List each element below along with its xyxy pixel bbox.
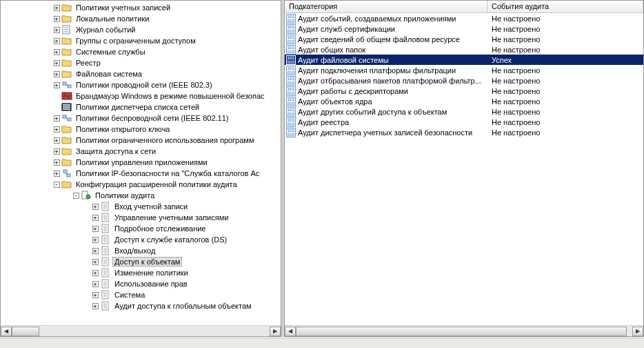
- list-row[interactable]: 101010Аудит работы с дескрипторамиНе нас…: [285, 86, 643, 96]
- list-row[interactable]: 101010Аудит файловой системыУспех: [285, 55, 643, 65]
- tree-expander[interactable]: -: [71, 190, 81, 201]
- svg-rect-12: [63, 104, 70, 106]
- tree-node[interactable]: -Конфигурация расширенной политики аудит…: [1, 179, 281, 190]
- tree-node[interactable]: +Локальные политики: [1, 13, 281, 24]
- list-row[interactable]: 101010Аудит других событий доступа к объ…: [285, 106, 643, 117]
- tree-node[interactable]: +Группы с ограниченным доступом: [1, 35, 281, 46]
- tree-guide: [3, 168, 13, 179]
- tree-guide: [3, 256, 13, 267]
- tree-node[interactable]: +Системные службы: [1, 46, 281, 57]
- tree-node[interactable]: +Политики учетных записей: [1, 2, 281, 13]
- tree-guide: [3, 90, 13, 102]
- list-row[interactable]: 101010Аудит общих папокНе настроено: [285, 44, 643, 55]
- audit-list[interactable]: 101010Аудит событий, создаваемых приложе…: [285, 13, 643, 325]
- tree-expander[interactable]: +: [52, 13, 61, 24]
- list-hscrollbar[interactable]: ◀ ▶: [285, 325, 643, 336]
- tree-node[interactable]: -Политики аудита: [1, 190, 281, 201]
- tree-expander[interactable]: +: [90, 289, 100, 300]
- tree-guide: [71, 289, 81, 300]
- tree-node[interactable]: +Политики IP-безопасности на "Служба кат…: [1, 168, 281, 179]
- tree-node[interactable]: +Файловая система: [1, 68, 281, 79]
- tree-guide: [13, 90, 23, 102]
- tree-expander[interactable]: +: [90, 245, 100, 256]
- tree-node[interactable]: +Политики проводной сети (IEEE 802.3): [1, 79, 281, 90]
- policy-item-icon: 101010: [286, 35, 296, 44]
- tree-node[interactable]: +Вход/выход: [1, 245, 281, 256]
- tree-node[interactable]: +Подробное отслеживание: [1, 223, 281, 234]
- tree-node[interactable]: +Политики открытого ключа: [1, 124, 281, 135]
- tree-guide: [23, 245, 32, 256]
- tree-node[interactable]: Брандмауэр Windows в режиме повышенной б…: [1, 90, 281, 102]
- tree-node[interactable]: +Защита доступа к сети: [1, 146, 281, 157]
- tree-expander[interactable]: +: [90, 278, 100, 289]
- tree-expander[interactable]: +: [52, 68, 61, 79]
- tree-node[interactable]: +Политики беспроводной сети (IEEE 802.11…: [1, 113, 281, 124]
- tree-node-label: Управление учетными записями: [113, 213, 230, 222]
- tree-node[interactable]: +Доступ к службе каталогов (DS): [1, 234, 281, 245]
- tree-expander[interactable]: +: [52, 35, 61, 46]
- tree-node[interactable]: +Доступ к объектам: [1, 256, 281, 267]
- list-header[interactable]: Подкатегория События аудита: [285, 1, 643, 13]
- scroll-left-button[interactable]: ◀: [285, 327, 296, 336]
- scroll-thumb[interactable]: [296, 327, 627, 336]
- tree-node[interactable]: +Использование прав: [1, 278, 281, 289]
- tree-node[interactable]: +Вход учетной записи: [1, 201, 281, 212]
- scroll-right-button[interactable]: ▶: [632, 327, 643, 336]
- tree-guide: [32, 124, 42, 135]
- subcategory-label: Аудит общих папок: [298, 46, 365, 54]
- tree-hscrollbar[interactable]: ◀ ▶: [1, 325, 281, 336]
- tree-node[interactable]: +Политики ограниченного использования пр…: [1, 135, 281, 146]
- tree-node[interactable]: +Журнал событий: [1, 24, 281, 35]
- scroll-track[interactable]: [296, 327, 632, 336]
- tree-guide: [32, 201, 42, 212]
- tree-expander[interactable]: +: [90, 223, 100, 234]
- list-row[interactable]: 101010Аудит отбрасывания пакетов платфор…: [285, 75, 643, 86]
- tree-expander[interactable]: +: [52, 24, 61, 35]
- tree-expander[interactable]: +: [52, 124, 61, 135]
- tree-expander[interactable]: +: [52, 135, 61, 146]
- scroll-thumb[interactable]: [12, 327, 39, 336]
- tree-expander[interactable]: +: [52, 157, 61, 168]
- tree-node[interactable]: +Политики управления приложениями: [1, 157, 281, 168]
- tree-expander[interactable]: +: [90, 201, 100, 212]
- policy-tree-panel: +Политики учетных записей+Локальные поли…: [0, 0, 281, 337]
- tree-expander[interactable]: +: [90, 267, 100, 278]
- col-header-subcategory[interactable]: Подкатегория: [285, 1, 487, 12]
- tree-node[interactable]: +Аудит доступа к глобальным объектам: [1, 300, 281, 311]
- list-row[interactable]: 101010Аудит реестраНе настроено: [285, 117, 643, 127]
- tree-node[interactable]: +Система: [1, 289, 281, 300]
- tree-guide: [42, 300, 52, 311]
- tree-expander[interactable]: +: [52, 46, 61, 57]
- page-icon: [100, 235, 111, 244]
- tree-guide: [32, 146, 42, 157]
- tree-expander[interactable]: +: [90, 300, 100, 311]
- tree-expander[interactable]: +: [90, 212, 100, 223]
- tree-expander[interactable]: +: [90, 256, 100, 267]
- tree-node-label: Системные службы: [74, 48, 147, 56]
- folder-icon: [61, 135, 72, 145]
- scroll-left-button[interactable]: ◀: [1, 327, 12, 336]
- list-row[interactable]: 101010Аудит подключения платформы фильтр…: [285, 65, 643, 75]
- list-row[interactable]: 101010Аудит служб сертификацииНе настрое…: [285, 23, 643, 34]
- col-header-events[interactable]: События аудита: [487, 1, 643, 12]
- list-row[interactable]: 101010Аудит событий, создаваемых приложе…: [285, 13, 643, 23]
- tree-node[interactable]: +Изменение политики: [1, 267, 281, 278]
- tree-expander[interactable]: +: [52, 146, 61, 157]
- tree-node[interactable]: +Реестр: [1, 57, 281, 68]
- list-row[interactable]: 101010Аудит диспетчера учетных записей б…: [285, 127, 643, 137]
- scroll-right-button[interactable]: ▶: [270, 327, 281, 336]
- policy-tree[interactable]: +Политики учетных записей+Локальные поли…: [1, 1, 281, 325]
- tree-expander[interactable]: +: [52, 57, 61, 68]
- tree-expander[interactable]: +: [90, 234, 100, 245]
- tree-expander[interactable]: -: [52, 179, 61, 190]
- list-row[interactable]: 101010Аудит объектов ядраНе настроено: [285, 96, 643, 106]
- tree-node[interactable]: +Управление учетными записями: [1, 212, 281, 223]
- tree-expander[interactable]: +: [52, 168, 61, 179]
- listmgr-icon: [61, 102, 72, 112]
- tree-expander[interactable]: +: [52, 113, 61, 124]
- tree-expander[interactable]: +: [52, 2, 61, 13]
- tree-expander[interactable]: +: [52, 79, 61, 90]
- scroll-track[interactable]: [12, 327, 270, 336]
- list-row[interactable]: 101010Аудит сведений об общем файловом р…: [285, 34, 643, 44]
- tree-node[interactable]: Политики диспетчера списка сетей: [1, 102, 281, 113]
